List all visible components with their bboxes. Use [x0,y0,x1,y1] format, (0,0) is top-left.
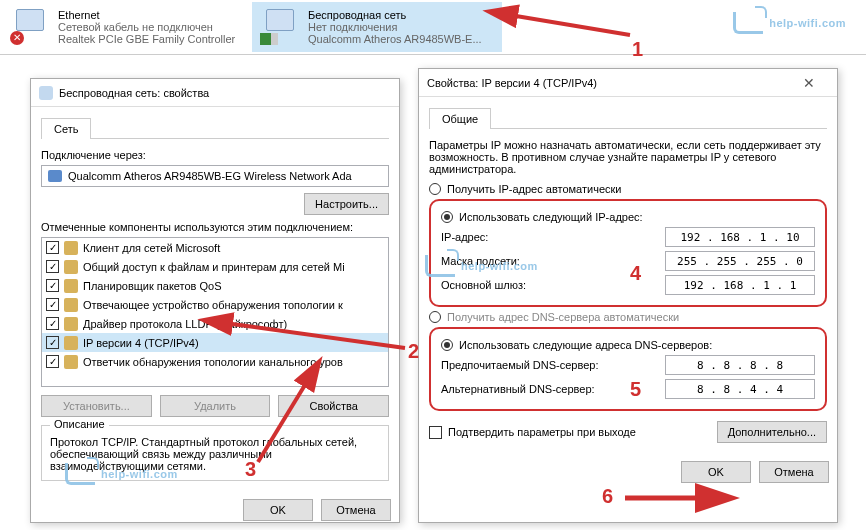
adapter-properties-dialog: Беспроводная сеть: свойства Сеть Подключ… [30,78,400,523]
component-icon [64,298,78,312]
dns1-input[interactable]: 8 . 8 . 8 . 8 [665,355,815,375]
gateway-input[interactable]: 192 . 168 . 1 . 1 [665,275,815,295]
svg-line-1 [225,323,405,348]
network-adapter-icon: ✕ [10,7,50,47]
adapter-name: Ethernet [58,9,235,21]
checkbox-icon[interactable]: ✓ [46,336,59,349]
watermark: help-wifi.com [425,255,538,277]
component-icon [64,279,78,293]
annotation-1: 1 [632,38,643,61]
adapter-ethernet[interactable]: ✕ Ethernet Сетевой кабель не подключен R… [2,2,252,52]
annotation-2: 2 [408,340,419,363]
dialog-icon [39,86,53,100]
manual-ip-group: Использовать следующий IP-адрес: IP-адре… [429,199,827,307]
radio-auto-dns: Получить адрес DNS-сервера автоматически [429,311,827,323]
adapter-status: Сетевой кабель не подключен [58,21,235,33]
adapter-status: Нет подключения [308,21,482,33]
arrow-icon [215,318,415,358]
svg-line-2 [258,380,308,462]
radio-auto-ip[interactable]: Получить IP-адрес автоматически [429,183,827,195]
dialog-title: Свойства: IP версии 4 (TCP/IPv4) [427,69,789,97]
dialog-title: Беспроводная сеть: свойства [59,79,391,107]
connect-via-label: Подключение через: [41,149,389,161]
arrow-icon [620,486,720,510]
list-item[interactable]: ✓Общий доступ к файлам и принтерам для с… [42,257,388,276]
network-adapter-icon [260,7,300,47]
cancel-button[interactable]: Отмена [759,461,829,483]
annotation-4: 4 [630,262,641,285]
component-icon [64,317,78,331]
adapter-icon [48,170,62,182]
ok-button[interactable]: OK [243,499,313,521]
arrow-icon [500,5,640,45]
ip-label: IP-адрес: [441,231,665,243]
annotation-5: 5 [630,378,641,401]
wifi-icon [733,12,763,34]
tab-general[interactable]: Общие [429,108,491,129]
confirm-label: Подтвердить параметры при выходе [448,426,717,438]
annotation-6: 6 [602,485,613,508]
watermark: help-wifi.com [733,12,846,34]
adapter-wireless[interactable]: Беспроводная сеть Нет подключения Qualco… [252,2,502,52]
radio-icon[interactable] [429,183,441,195]
confirm-checkbox[interactable] [429,426,442,439]
wifi-icon [65,463,95,485]
radio-icon[interactable] [441,211,453,223]
adapter-field: Qualcomm Atheros AR9485WB-EG Wireless Ne… [41,165,389,187]
group-title: Описание [50,418,109,430]
list-item[interactable]: ✓Клиент для сетей Microsoft [42,238,388,257]
radio-icon [429,311,441,323]
components-list[interactable]: ✓Клиент для сетей Microsoft ✓Общий досту… [41,237,389,387]
list-item[interactable]: ✓Отвечающее устройство обнаружения топол… [42,295,388,314]
close-icon[interactable]: ✕ [789,69,829,97]
advanced-button[interactable]: Дополнительно... [717,421,827,443]
component-icon [64,241,78,255]
dialog-titlebar[interactable]: Беспроводная сеть: свойства [31,79,399,107]
component-icon [64,355,78,369]
tab-network[interactable]: Сеть [41,118,91,139]
radio-icon[interactable] [441,339,453,351]
dialog-titlebar[interactable]: Свойства: IP версии 4 (TCP/IPv4) ✕ [419,69,837,97]
configure-button[interactable]: Настроить... [304,193,389,215]
list-item[interactable]: ✓Планировщик пакетов QoS [42,276,388,295]
dns2-input[interactable]: 8 . 8 . 4 . 4 [665,379,815,399]
checkbox-icon[interactable]: ✓ [46,241,59,254]
ok-button[interactable]: OK [681,461,751,483]
component-icon [64,336,78,350]
dns1-label: Предпочитаемый DNS-сервер: [441,359,665,371]
intro-text: Параметры IP можно назначать автоматичес… [429,139,827,175]
component-icon [64,260,78,274]
mask-input[interactable]: 255 . 255 . 255 . 0 [665,251,815,271]
radio-manual-ip[interactable]: Использовать следующий IP-адрес: [441,211,815,223]
install-button[interactable]: Установить... [41,395,152,417]
checkbox-icon[interactable]: ✓ [46,317,59,330]
annotation-3: 3 [245,458,256,481]
adapter-name: Беспроводная сеть [308,9,482,21]
manual-dns-group: Использовать следующие адреса DNS-сервер… [429,327,827,411]
adapter-device: Realtek PCIe GBE Family Controller [58,33,235,45]
wifi-icon [425,255,455,277]
checkbox-icon[interactable]: ✓ [46,298,59,311]
ip-input[interactable]: 192 . 168 . 1 . 10 [665,227,815,247]
cancel-button[interactable]: Отмена [321,499,391,521]
checkbox-icon[interactable]: ✓ [46,260,59,273]
adapter-device: Qualcomm Atheros AR9485WB-E... [308,33,482,45]
checkbox-icon[interactable]: ✓ [46,279,59,292]
radio-manual-dns[interactable]: Использовать следующие адреса DNS-сервер… [441,339,815,351]
arrow-icon [248,372,318,472]
checkbox-icon[interactable]: ✓ [46,355,59,368]
components-label: Отмеченные компоненты используются этим … [41,221,389,233]
svg-line-0 [510,15,630,35]
watermark: help-wifi.com [65,463,178,485]
ipv4-properties-dialog: Свойства: IP версии 4 (TCP/IPv4) ✕ Общие… [418,68,838,523]
